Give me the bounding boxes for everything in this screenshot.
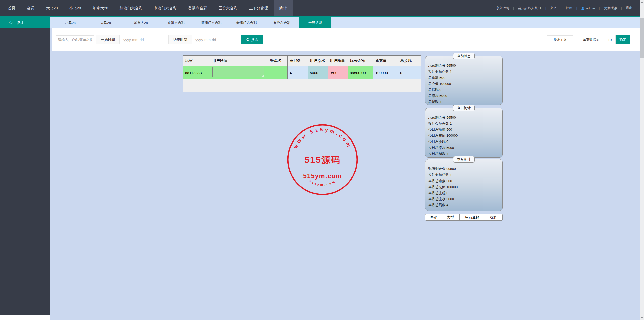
- vertical-scrollbar[interactable]: [640, 0, 644, 320]
- panel-body: 玩家剩余分 99500 投注会员总数 1 总输赢 500 总充值 100000 …: [425, 56, 502, 105]
- request-table-header: 昵称 类型 申请金额 操作: [425, 214, 503, 221]
- keyword-search-input[interactable]: [56, 35, 94, 44]
- panel-title: 当前状态: [453, 53, 475, 59]
- stat-line: 今日总提现 0: [428, 139, 500, 145]
- tab-hongkong[interactable]: 香港六合彩: [158, 17, 194, 28]
- nav-item-new-macau[interactable]: 新澳门六合彩: [114, 0, 148, 16]
- col-total-recharge: 总充值: [373, 56, 398, 66]
- main-nav: 首页 会员 大马28 小马28 加拿大28 新澳门六合彩 老澳门六合彩 香港六合…: [0, 0, 293, 16]
- panel-current-status: 当前状态 玩家剩余分 99500 投注会员总数 1 总输赢 500 总充值 10…: [425, 56, 503, 105]
- tab-xiaoma28[interactable]: 小马28: [53, 17, 88, 28]
- cell-user-winloss: -500: [328, 66, 348, 79]
- mini-col-action: 操作: [485, 214, 502, 220]
- stat-line: 本月总充值 100000: [428, 184, 500, 190]
- stat-line: 玩家剩余分 99500: [428, 166, 500, 172]
- col-total-withdraw: 总提现: [398, 56, 421, 66]
- stat-line: 总充值 100000: [428, 81, 500, 87]
- panel-title: 本月统计: [453, 156, 475, 163]
- table-footer-row: [183, 79, 421, 92]
- online-count-text: 会员在线人数: 1: [517, 6, 542, 10]
- tab-all-types[interactable]: 全部类型: [299, 17, 331, 28]
- separator: |: [576, 6, 577, 10]
- arrow-up-icon: [641, 1, 643, 3]
- sidebar-item-label: 统计: [16, 20, 24, 25]
- table-header-row: 玩家 用户详情 账单名 总局数 用户流水 用户输赢 玩家余额 总充值 总提现: [183, 56, 421, 66]
- start-time-label[interactable]: 开始时间: [96, 35, 120, 44]
- end-date-input[interactable]: [192, 35, 238, 44]
- per-page-label: 每页数据条: [578, 35, 604, 44]
- nav-item-statistics[interactable]: 统计: [274, 0, 293, 16]
- stat-line: 本月总提现 0: [428, 190, 500, 196]
- separator: |: [561, 6, 561, 10]
- panel-month-stats: 本月统计 玩家剩余分 99500 投注会员总数 1 本月总输赢 500 本月总充…: [425, 159, 503, 211]
- scroll-down-button[interactable]: [640, 316, 644, 320]
- perma-code-link[interactable]: 永久活码: [496, 6, 510, 10]
- sidebar-item-statistics[interactable]: ☆ 统计: [0, 17, 50, 28]
- col-player: 玩家: [183, 56, 210, 66]
- stat-line: 总输赢 500: [428, 75, 500, 81]
- separator: |: [513, 6, 514, 10]
- cell-total-recharge: 100000: [373, 66, 398, 79]
- app-root: 首页 会员 大马28 小马28 加拿大28 新澳门六合彩 老澳门六合彩 香港六合…: [0, 0, 644, 320]
- nav-item-old-macau[interactable]: 老澳门六合彩: [148, 0, 182, 16]
- col-user-flow: 用户流水: [308, 56, 328, 66]
- top-header: 首页 会员 大马28 小马28 加拿大28 新澳门六合彩 老澳门六合彩 香港六合…: [0, 0, 644, 16]
- scroll-up-button[interactable]: [640, 0, 644, 4]
- scrollbar-thumb[interactable]: [640, 18, 644, 58]
- nav-item-wufen[interactable]: 五分六合彩: [213, 0, 243, 16]
- pager-controls: 共计 1 条 每页数据条 确定: [547, 35, 644, 44]
- mini-col-amount: 申请金额: [460, 214, 485, 220]
- stat-line: 玩家剩余分 99500: [428, 115, 500, 121]
- tab-canada28[interactable]: 加拿大28: [123, 17, 158, 28]
- panel-today-stats: 今日统计 玩家剩余分 99500 投注会员总数 1 今日总输赢 500 今日总充…: [425, 108, 503, 158]
- nav-item-dama28[interactable]: 大马28: [40, 0, 64, 16]
- cell-player: aa112233: [183, 66, 210, 79]
- tab-dama28[interactable]: 大马28: [88, 17, 123, 28]
- end-date-group: 结束时间: [168, 35, 238, 44]
- search-button-label: 搜索: [251, 38, 258, 42]
- stat-line: 投注会员总数 1: [428, 121, 500, 127]
- separator: |: [621, 6, 622, 10]
- footer-empty-cell: [183, 79, 421, 92]
- cell-bill-name: [268, 66, 288, 79]
- nav-item-hongkong[interactable]: 香港六合彩: [182, 0, 213, 16]
- cell-player-balance: 99500.00: [348, 66, 373, 79]
- search-toolbar: 开始时间 结束时间 搜索 共计 1 条 每页数据条 确定: [52, 28, 644, 51]
- end-time-label[interactable]: 结束时间: [168, 35, 192, 44]
- total-count-label: 共计 1 条: [547, 35, 573, 44]
- user-detail-textarea[interactable]: [212, 67, 264, 77]
- withdraw-link[interactable]: 提现: [565, 6, 573, 10]
- nav-item-home[interactable]: 首页: [2, 0, 21, 16]
- stat-line: 总提现 0: [428, 87, 500, 93]
- mini-col-nickname: 昵称: [425, 214, 441, 220]
- stat-line: 今日总输赢 500: [428, 127, 500, 133]
- nav-item-canada28[interactable]: 加拿大28: [87, 0, 114, 16]
- col-user-winloss: 用户输赢: [328, 56, 348, 66]
- cell-user-flow: 5000: [308, 66, 328, 79]
- arrow-down-icon: [641, 317, 643, 319]
- player-stats-table: 玩家 用户详情 账单名 总局数 用户流水 用户输赢 玩家余额 总充值 总提现 a…: [183, 55, 421, 92]
- admin-account-link[interactable]: admin: [581, 6, 595, 10]
- search-button[interactable]: 搜索: [241, 35, 263, 44]
- tab-old-macau[interactable]: 老澳门六合彩: [229, 17, 264, 28]
- panel-body: 玩家剩余分 99500 投注会员总数 1 本月总输赢 500 本月总充值 100…: [425, 159, 502, 208]
- cell-total-rounds: 4: [288, 66, 308, 79]
- per-page-input[interactable]: [604, 35, 616, 44]
- game-type-tabs: 小马28 大马28 加拿大28 香港六合彩 新澳门六合彩 老澳门六合彩 五分六合…: [50, 17, 644, 28]
- stat-line: 投注会员总数 1: [428, 69, 500, 75]
- tab-new-macau[interactable]: 新澳门六合彩: [194, 17, 229, 28]
- nav-item-updown-manage[interactable]: 上下分管理: [243, 0, 274, 16]
- confirm-button[interactable]: 确定: [616, 35, 630, 44]
- separator: |: [599, 6, 600, 10]
- stat-line: 总流水 5000: [428, 93, 500, 99]
- nav-item-xiaoma28[interactable]: 小马28: [64, 0, 87, 16]
- start-date-input[interactable]: [120, 35, 166, 44]
- nav-item-members[interactable]: 会员: [21, 0, 40, 16]
- tab-wufen[interactable]: 五分六合彩: [264, 17, 299, 28]
- col-bill-name: 账单名: [268, 56, 288, 66]
- recharge-link[interactable]: 充值: [550, 6, 557, 10]
- logout-link[interactable]: 退出: [625, 6, 633, 10]
- stat-line: 本月总流水 5000: [428, 196, 500, 202]
- refresh-cache-link[interactable]: 更新缓存: [603, 6, 618, 10]
- panel-title: 今日统计: [453, 105, 475, 111]
